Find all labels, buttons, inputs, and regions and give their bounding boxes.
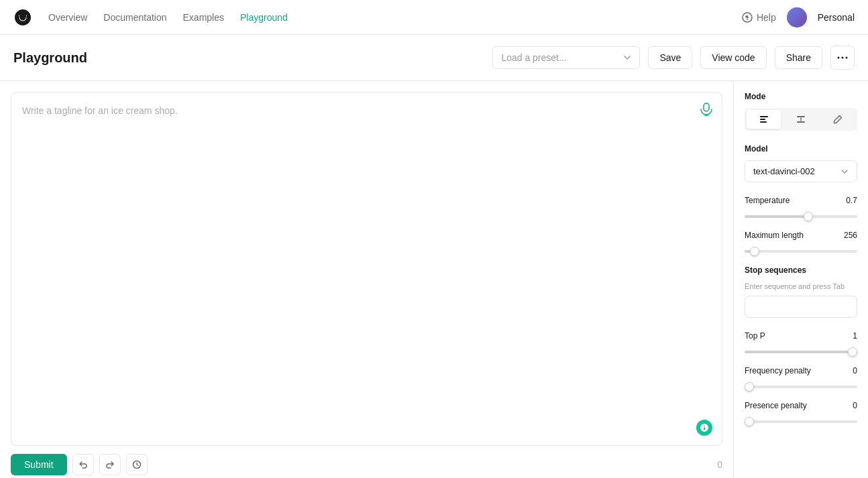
nav-examples[interactable]: Examples [183,12,224,23]
more-options-button[interactable] [830,46,855,70]
svg-rect-12 [797,121,805,123]
presence-penalty-label: Presence penalty [745,401,807,410]
top-p-label: Top P [745,331,765,341]
mode-section: Mode [745,92,857,131]
model-section: Model text-davinci-002 [745,144,857,182]
stop-sequences-input[interactable] [745,296,857,318]
editor-area: Write a tagline for an ice cream shop. S… [0,81,734,478]
temperature-slider[interactable] [745,215,857,218]
share-button[interactable]: Share [775,46,822,69]
nav-overview[interactable]: Overview [48,12,87,23]
view-code-button[interactable]: View code [700,46,766,69]
svg-point-2 [842,57,844,59]
model-value: text-davinci-002 [753,166,815,176]
submit-button[interactable]: Submit [11,454,67,475]
stop-sequences-hint: Enter sequence and press Tab [745,282,857,292]
nav-right: Help Personal [742,7,855,27]
mode-complete-button[interactable] [747,110,781,129]
page-header: Playground Load a preset... Save View co… [0,35,868,81]
user-avatar[interactable] [787,7,807,27]
char-count: 0 [717,459,722,470]
frequency-penalty-value: 0 [853,366,857,375]
max-length-section: Maximum length 256 [745,231,857,255]
presence-penalty-section: Presence penalty 0 [745,401,857,425]
sidebar: Mode [734,81,868,478]
temperature-label: Temperature [745,196,790,205]
editor-placeholder: Write a tagline for an ice cream shop. [22,105,178,116]
svg-rect-10 [760,121,767,123]
grammarly-icon [696,420,712,436]
mode-label: Mode [745,92,857,101]
text-editor[interactable]: Write a tagline for an ice cream shop. [11,92,722,446]
presence-penalty-slider[interactable] [745,420,857,423]
stop-sequences-label: Stop sequences [745,265,857,275]
frequency-penalty-section: Frequency penalty 0 [745,366,857,390]
help-label: Help [757,12,776,23]
page-title: Playground [13,50,484,66]
svg-point-3 [846,57,848,59]
openai-logo[interactable] [13,8,32,27]
svg-point-1 [838,57,840,59]
top-p-slider[interactable] [745,351,857,353]
mode-buttons [745,108,857,131]
save-button[interactable]: Save [648,46,692,69]
preset-placeholder: Load a preset... [501,52,566,63]
top-p-value: 1 [853,331,857,341]
svg-rect-9 [760,119,765,120]
main-content: Write a tagline for an ice cream shop. S… [0,81,868,478]
temperature-section: Temperature 0.7 [745,196,857,220]
max-length-slider[interactable] [745,250,857,253]
mode-insert-button[interactable] [783,110,818,129]
svg-rect-11 [797,116,805,117]
editor-footer: Submit 0 [11,446,722,475]
account-label[interactable]: Personal [818,12,855,23]
nav-documentation[interactable]: Documentation [103,12,166,23]
undo-button[interactable] [72,454,94,475]
presence-penalty-value: 0 [853,401,857,410]
mode-edit-button[interactable] [821,110,855,129]
model-label: Model [745,144,857,154]
microphone-icon[interactable] [700,102,712,116]
history-button[interactable] [126,454,148,475]
max-length-label: Maximum length [745,231,804,240]
stop-sequences-section: Stop sequences Enter sequence and press … [745,265,857,318]
redo-button[interactable] [99,454,121,475]
nav-links: Overview Documentation Examples Playgrou… [48,12,726,23]
svg-rect-4 [704,103,709,111]
svg-rect-8 [760,116,768,117]
temperature-value: 0.7 [846,196,857,205]
nav-playground[interactable]: Playground [240,12,288,23]
max-length-value: 256 [844,231,857,240]
preset-dropdown[interactable]: Load a preset... [492,46,640,69]
top-nav: Overview Documentation Examples Playgrou… [0,0,868,35]
help-button[interactable]: Help [742,12,776,23]
frequency-penalty-label: Frequency penalty [745,366,811,375]
top-p-section: Top P 1 [745,331,857,355]
model-dropdown[interactable]: text-davinci-002 [745,160,857,182]
frequency-penalty-slider[interactable] [745,385,857,388]
